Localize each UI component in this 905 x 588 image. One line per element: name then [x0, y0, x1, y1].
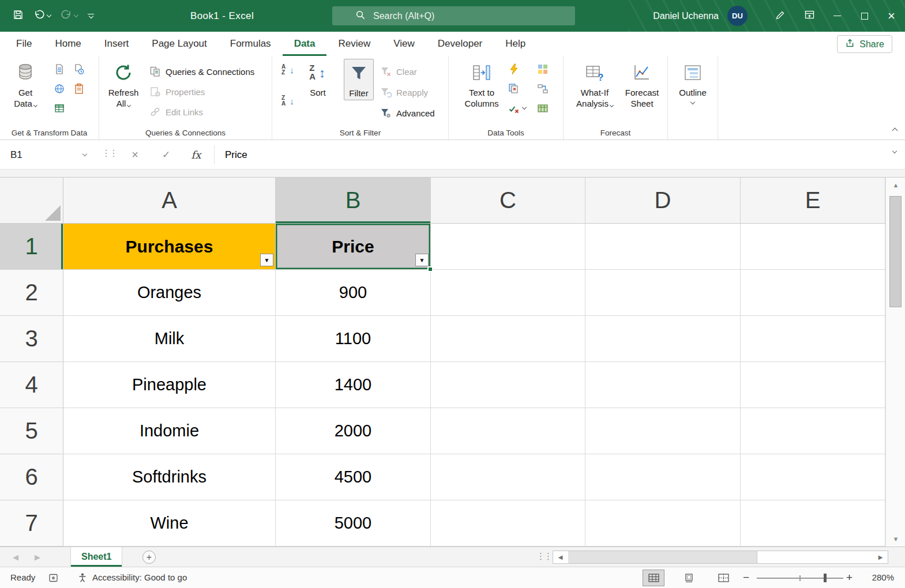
column-header-b[interactable]: B [276, 178, 431, 224]
cell-E5[interactable] [741, 408, 885, 454]
outline-button[interactable]: Outline [675, 60, 710, 104]
flash-fill-button[interactable] [508, 63, 520, 76]
sheet-tab-sheet1[interactable]: Sheet1 [70, 547, 122, 567]
cell-B2[interactable]: 900 [276, 270, 431, 316]
column-header-d[interactable]: D [585, 178, 741, 224]
scroll-left-button[interactable]: ◀ [553, 551, 568, 563]
recent-sources-button[interactable] [73, 63, 85, 76]
sort-button[interactable]: ZA ↕ Sort [303, 60, 332, 98]
close-button[interactable]: × [878, 0, 905, 32]
cell-B7[interactable]: 5000 [276, 500, 431, 546]
horizontal-scrollbar[interactable]: ◀ ▶ [553, 551, 888, 564]
accessibility-icon[interactable] [77, 572, 88, 583]
cell-D4[interactable] [585, 362, 741, 408]
advanced-filter-button[interactable]: Advanced [380, 107, 435, 119]
cell-D1[interactable] [585, 224, 741, 270]
cell-D2[interactable] [585, 270, 741, 316]
redo-button[interactable] [61, 0, 78, 32]
maximize-button[interactable] [851, 0, 878, 32]
clear-filter-button[interactable]: Clear [380, 65, 417, 78]
cell-B6[interactable]: 4500 [276, 454, 431, 500]
cell-E6[interactable] [741, 454, 885, 500]
edit-links-button[interactable]: Edit Links [149, 105, 203, 118]
zoom-out-button[interactable]: − [743, 567, 749, 588]
accessibility-status[interactable]: Accessibility: Good to go [92, 567, 187, 588]
consolidate-button[interactable] [536, 63, 549, 76]
horizontal-scrollbar-thumb[interactable] [568, 551, 757, 563]
column-header-c[interactable]: C [431, 178, 585, 224]
tab-home[interactable]: Home [43, 32, 92, 56]
column-header-a[interactable]: A [63, 178, 276, 224]
minimize-button[interactable] [824, 0, 851, 32]
cell-A4[interactable]: Pineapple [63, 362, 276, 408]
row-header-4[interactable]: 4 [0, 362, 63, 408]
queries-connections-button[interactable]: Queries & Connections [149, 65, 254, 78]
expand-formula-bar-button[interactable] [892, 149, 897, 153]
row-header-2[interactable]: 2 [0, 270, 63, 316]
formula-input[interactable]: Price [225, 145, 859, 164]
select-all-button[interactable] [0, 178, 63, 224]
from-text-csv-button[interactable] [53, 63, 66, 76]
cell-A7[interactable]: Wine [63, 500, 276, 546]
filter-dropdown-b1[interactable]: ▼ [415, 254, 429, 266]
tab-view[interactable]: View [382, 32, 426, 56]
vertical-scrollbar-thumb[interactable] [889, 196, 902, 307]
draw-pen-button[interactable] [766, 0, 795, 32]
get-data-button[interactable]: Get Data [5, 60, 46, 109]
name-box[interactable]: B1 [5, 145, 92, 164]
from-table-range-button[interactable] [53, 102, 66, 115]
cell-C6[interactable] [431, 454, 585, 500]
cell-A6[interactable]: Softdrinks [63, 454, 276, 500]
save-button[interactable] [13, 0, 24, 32]
cell-B4[interactable]: 1400 [276, 362, 431, 408]
data-validation-dropdown-icon[interactable] [522, 105, 527, 110]
cell-C7[interactable] [431, 500, 585, 546]
insert-function-button[interactable]: fx [183, 145, 209, 164]
tab-data[interactable]: Data [283, 32, 327, 56]
next-sheet-button[interactable]: ▶ [29, 547, 46, 567]
tab-insert[interactable]: Insert [93, 32, 141, 56]
avatar[interactable]: DU [727, 6, 748, 26]
add-sheet-button[interactable]: + [142, 551, 156, 564]
cell-B5[interactable]: 2000 [276, 408, 431, 454]
data-validation-button[interactable] [508, 102, 520, 115]
scroll-down-button[interactable]: ▼ [886, 532, 905, 546]
cell-A2[interactable]: Oranges [63, 270, 276, 316]
tab-developer[interactable]: Developer [426, 32, 494, 56]
name-box-dropdown-icon[interactable] [82, 152, 87, 156]
formula-bar-drag-handle[interactable]: ⋮⋮ [102, 148, 117, 159]
vertical-scrollbar[interactable]: ▲ ▼ [885, 178, 905, 546]
sort-descending-button[interactable]: ZA ↓ [281, 95, 294, 107]
cell-E4[interactable] [741, 362, 885, 408]
collapse-ribbon-button[interactable] [893, 125, 897, 135]
cell-E7[interactable] [741, 500, 885, 546]
cell-A3[interactable]: Milk [63, 316, 276, 362]
macro-record-button[interactable] [48, 573, 58, 583]
tab-page-layout[interactable]: Page Layout [140, 32, 218, 56]
tab-help[interactable]: Help [494, 32, 537, 56]
tab-formulas[interactable]: Formulas [219, 32, 283, 56]
fill-handle[interactable] [427, 266, 433, 272]
row-header-5[interactable]: 5 [0, 408, 63, 454]
forecast-sheet-button[interactable]: Forecast Sheet [621, 60, 663, 109]
share-button[interactable]: Share [837, 35, 892, 53]
tab-review[interactable]: Review [326, 32, 382, 56]
horizontal-scrollbar-track[interactable] [568, 551, 873, 563]
cell-C2[interactable] [431, 270, 585, 316]
view-page-break-button[interactable] [712, 570, 734, 586]
refresh-all-button[interactable]: Refresh All [105, 60, 142, 109]
tabbar-drag-handle[interactable]: ⋮⋮ [536, 551, 551, 561]
search-input[interactable]: Search (Alt+Q) [332, 6, 575, 25]
view-page-layout-button[interactable] [678, 570, 700, 586]
what-if-analysis-button[interactable]: ? What-If Analysis [574, 60, 615, 109]
row-header-6[interactable]: 6 [0, 454, 63, 500]
filter-button[interactable]: Filter [344, 59, 374, 100]
cell-E3[interactable] [741, 316, 885, 362]
cell-C1[interactable] [431, 224, 585, 270]
cell-E2[interactable] [741, 270, 885, 316]
row-header-1[interactable]: 1 [0, 224, 63, 270]
cell-D6[interactable] [585, 454, 741, 500]
customize-quick-access-button[interactable] [88, 14, 94, 18]
data-model-button[interactable] [536, 102, 549, 115]
tab-file[interactable]: File [5, 32, 43, 56]
